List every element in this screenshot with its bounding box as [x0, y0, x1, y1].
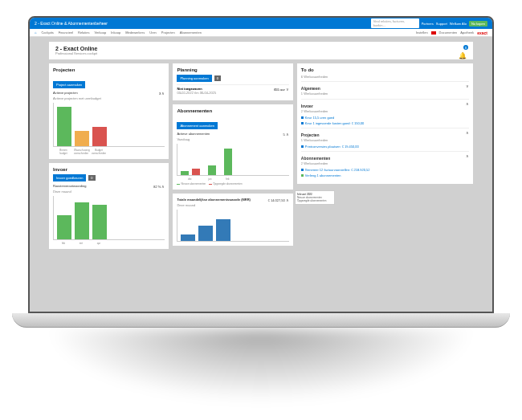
nav-uren[interactable]: Uren [149, 31, 157, 35]
nav-financieel[interactable]: Financieel [59, 31, 73, 35]
projecten-sub-desc: Actieve projecten met urenbudget [53, 96, 165, 100]
app-title: 2 - Exact Online & Abonnementenbeheer [35, 21, 371, 26]
chevron-up-icon[interactable]: ∧ [466, 153, 469, 167]
planning-create-button[interactable]: Planning aanmaken [177, 75, 211, 82]
invoer-approve-button[interactable]: Invoer goedkeuren [53, 174, 86, 181]
search-input[interactable]: Vind relaties, facturen, boekin... [371, 18, 419, 28]
invoer-chart [53, 196, 165, 240]
todo-subtitle: 6 Werkzaamheden [301, 75, 469, 79]
tooltip-popup: februari 2022 Nieuwe abonnementen Opgeze… [295, 190, 335, 205]
todo-link[interactable]: Genereer 12 factuurvoorstellen: € 218.92… [305, 167, 370, 173]
abon-title: Abonnementen [177, 108, 212, 113]
nav-projecten[interactable]: Projecten [161, 31, 175, 35]
invoer-sub-title: Roosterverantwoording [53, 184, 86, 189]
projecten-title: Projecten [53, 67, 75, 72]
projecten-chart [53, 103, 165, 147]
top-link-support[interactable]: Support [436, 22, 447, 26]
todo-link[interactable]: Verleng 1 abonnementen [305, 173, 341, 178]
chevron-up-icon[interactable]: ∧ [286, 198, 289, 202]
nav-apotheek[interactable]: Apotheek [460, 31, 474, 35]
chevron-down-icon[interactable]: ∨ [466, 84, 469, 97]
todo-link[interactable]: Keur 1 ingevoerde kosten goed: € 150,00 [305, 120, 364, 126]
mrr-card: Totale maandelijkse abonnementswaarde (M… [173, 194, 292, 246]
chevron-up-icon[interactable]: ∧ [286, 132, 289, 137]
top-link-partners[interactable]: Partners [422, 22, 434, 26]
chevron-up-icon[interactable]: ∧ [161, 184, 165, 189]
abon-create-button[interactable]: Abonnement aanmaken [177, 122, 217, 129]
nav-medewerkers[interactable]: Medewerkers [125, 31, 145, 35]
projecten-sub-title: Actieve projecten [53, 91, 78, 96]
projecten-card: Projecten Project aanmaken Actieve proje… [49, 63, 169, 159]
top-link-welcome[interactable]: Welkom Alo [450, 22, 467, 26]
nav-bar: ⌂ Cockpits Financieel Relaties Verkoop I… [30, 29, 492, 37]
chevron-up-icon[interactable]: ∧ [466, 101, 469, 115]
todo-link[interactable]: Keur 15,5 uren goed [305, 115, 334, 120]
abonnementen-card: Abonnementen Abonnement aanmaken Actieve… [173, 104, 292, 190]
top-bar: 2 - Exact Online & Abonnementenbeheer Vi… [30, 18, 492, 29]
bell-icon[interactable]: 0 [459, 47, 467, 55]
page-title: 2 - Exact Online [55, 46, 98, 51]
nav-documenten[interactable]: Documenten [439, 31, 458, 35]
chevron-up-icon[interactable]: ∧ [161, 91, 165, 96]
chevron-up-icon[interactable]: ∧ [466, 130, 469, 144]
invoer-title: Invoer [53, 167, 67, 172]
home-icon[interactable]: ⌂ [35, 31, 36, 35]
invoer-sub-desc: Deze maand [53, 190, 165, 194]
invoer-card: Invoer Invoer goedkeuren 0 Roosterverant… [49, 163, 169, 249]
screen: 2 - Exact Online & Abonnementenbeheer Vi… [28, 16, 494, 313]
abon-sub-title: Actieve abonnementen [177, 132, 210, 137]
page-header: 2 - Exact Online Professional Services c… [49, 42, 473, 59]
page-subtitle: Professional Services cockpit [55, 51, 98, 55]
planning-badge: 0 [214, 75, 221, 81]
bar-waarschuwing [75, 131, 89, 146]
planning-title: Planning [177, 67, 197, 72]
flag-icon[interactable] [431, 31, 436, 35]
bar-binnen-budget [57, 107, 71, 146]
notification-badge: 0 [463, 45, 468, 50]
abon-sub-desc: Vandaag [177, 137, 288, 141]
mrr-sub: Deze maand [177, 203, 288, 207]
brand-logo: exact [477, 31, 487, 35]
project-create-button[interactable]: Project aanmaken [53, 81, 85, 88]
nav-verkoop[interactable]: Verkoop [94, 31, 106, 35]
mrr-title: Totale maandelijkse abonnementswaarde (M… [177, 198, 251, 202]
nav-cockpits[interactable]: Cockpits [41, 31, 53, 35]
buy-now-button[interactable]: Nu kopen [469, 21, 487, 27]
planning-card: Planning Planning aanmaken 0 Niet toegew… [173, 63, 292, 100]
mrr-chart [177, 210, 288, 242]
chevron-down-icon[interactable]: ∨ [286, 87, 289, 92]
invoer-badge: 0 [88, 175, 95, 181]
abon-chart [177, 144, 288, 176]
planning-row-desc: 03-02-2022 t/m 30-04-2025 [177, 91, 216, 95]
laptop-base [12, 313, 510, 328]
todo-title: To do [301, 67, 314, 72]
todo-link[interactable]: Printconversies plaatsen: € 19.450,00 [305, 144, 359, 149]
nav-abonnementen[interactable]: Abonnementen [180, 31, 202, 35]
workspace: 2 - Exact Online Professional Services c… [30, 37, 492, 313]
nav-instellen[interactable]: Instellen [416, 31, 428, 35]
todo-card: To do 6 Werkzaamheden Algemeen1 Werkzaam… [297, 63, 473, 184]
nav-relaties[interactable]: Relaties [78, 31, 89, 35]
laptop-frame: 2 - Exact Online & Abonnementenbeheer Vi… [28, 16, 494, 329]
nav-inkoop[interactable]: Inkoop [111, 31, 120, 35]
bar-overschreden [92, 127, 107, 146]
